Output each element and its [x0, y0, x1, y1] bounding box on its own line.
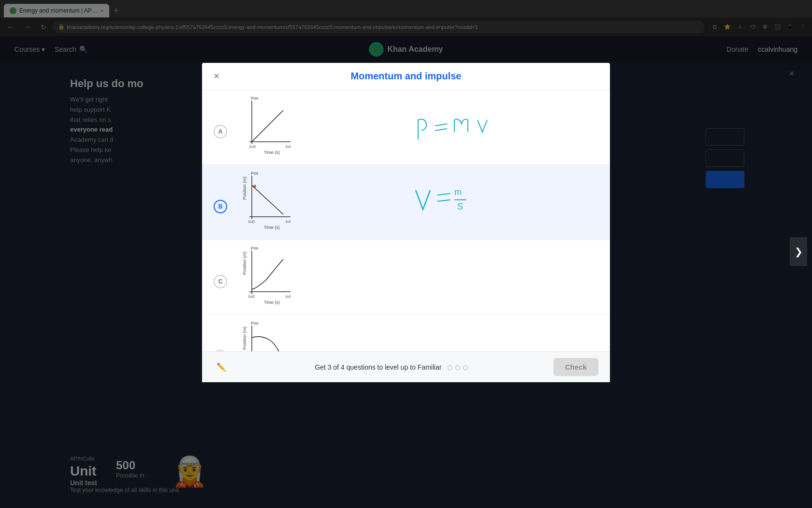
- modal-dialog: × Momentum and impulse A Pos t=0 t=t Tim…: [202, 63, 610, 382]
- svg-text:t=0: t=0: [248, 219, 255, 224]
- modal-footer: ✏️ Get 3 of 4 questions to level up to F…: [202, 351, 610, 382]
- svg-line-8: [435, 129, 447, 131]
- graph-a-svg: Pos t=0 t=t Time (s): [237, 96, 300, 159]
- graph-a: Pos t=0 t=t Time (s): [235, 96, 303, 159]
- svg-text:S: S: [457, 202, 463, 211]
- svg-text:m: m: [454, 187, 462, 197]
- handwriting-a: [310, 96, 598, 159]
- formula-a-svg: [406, 110, 503, 144]
- modal-close-button[interactable]: ×: [210, 70, 223, 83]
- modal-body: A Pos t=0 t=t Time (s): [202, 90, 610, 351]
- svg-text:Pos: Pos: [251, 96, 259, 101]
- handwriting-d: [310, 321, 598, 351]
- graph-b-svg: Pos t=0 t=t Time (s) Position (m): [237, 171, 300, 234]
- svg-line-7: [435, 124, 447, 126]
- graph-c: Pos t=0 t=t Time (s) Position (m): [235, 246, 303, 309]
- progress-dot-3: [463, 365, 468, 370]
- svg-text:t=0: t=0: [249, 144, 256, 149]
- svg-text:Pos: Pos: [251, 171, 259, 176]
- svg-text:t=0: t=0: [248, 294, 255, 299]
- check-button[interactable]: Check: [553, 358, 598, 376]
- next-arrow-button[interactable]: ❯: [790, 237, 807, 266]
- svg-text:Pos: Pos: [251, 321, 259, 326]
- svg-text:Position (m): Position (m): [242, 327, 247, 350]
- modal-header: × Momentum and impulse: [202, 63, 610, 90]
- answer-option-c[interactable]: C Pos t=0 t=t Time (s) Position (m): [202, 240, 610, 315]
- graph-d-svg: Pos t=0 t=t Tim Position (m): [237, 321, 300, 351]
- handwriting-c: [310, 246, 598, 309]
- svg-line-6: [252, 110, 283, 142]
- svg-line-16: [252, 185, 283, 214]
- svg-text:Pos: Pos: [251, 246, 259, 251]
- option-a-radio[interactable]: A: [214, 125, 227, 138]
- progress-dot-2: [455, 365, 460, 370]
- pencil-icon: ✏️: [217, 362, 226, 372]
- answer-option-d[interactable]: D Pos t=0 t=t Tim Position (m): [202, 315, 610, 351]
- progress-text: Get 3 of 4 questions to level up to Fami…: [229, 363, 553, 371]
- graph-d: Pos t=0 t=t Tim Position (m): [235, 321, 303, 351]
- pencil-tool-button[interactable]: ✏️: [214, 359, 229, 375]
- svg-text:Time (s): Time (s): [264, 150, 280, 155]
- svg-text:Time (s): Time (s): [264, 225, 280, 230]
- graph-c-svg: Pos t=0 t=t Time (s) Position (m): [237, 246, 300, 309]
- progress-dot-1: [448, 365, 452, 370]
- svg-text:t=t: t=t: [286, 219, 291, 224]
- option-c-radio[interactable]: C: [214, 275, 227, 288]
- handwriting-b: m S: [310, 171, 598, 234]
- formula-b-svg: m S: [406, 183, 503, 222]
- answer-option-a[interactable]: A Pos t=0 t=t Time (s): [202, 90, 610, 165]
- svg-text:t=t: t=t: [286, 144, 291, 149]
- next-arrow-icon: ❯: [795, 246, 803, 257]
- modal-title: Momentum and impulse: [351, 71, 462, 82]
- answer-option-b[interactable]: B Pos t=0 t=t Time (s) Position (m): [202, 165, 610, 240]
- option-b-radio[interactable]: B: [214, 200, 227, 213]
- svg-text:Time (s): Time (s): [264, 300, 280, 305]
- svg-line-19: [437, 200, 450, 201]
- svg-text:Position (m): Position (m): [242, 177, 247, 200]
- svg-text:t=t: t=t: [286, 294, 291, 299]
- svg-text:Position (m): Position (m): [242, 252, 247, 275]
- graph-b: Pos t=0 t=t Time (s) Position (m): [235, 171, 303, 234]
- svg-line-18: [437, 194, 450, 195]
